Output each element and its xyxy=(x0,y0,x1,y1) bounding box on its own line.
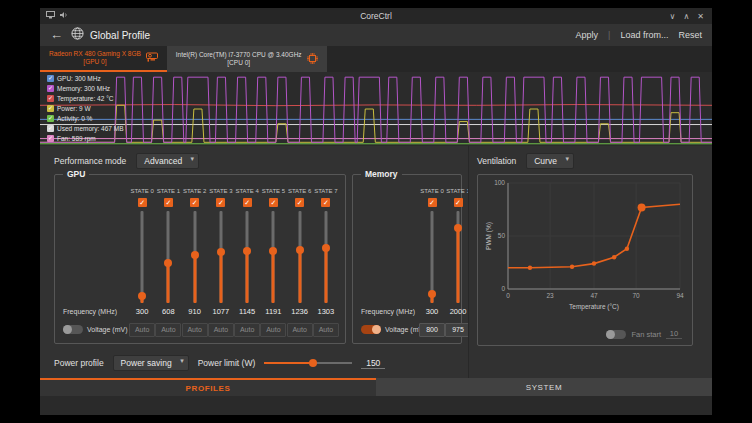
voltage-value[interactable]: Auto xyxy=(234,323,260,337)
legend-checkbox[interactable]: ✓ xyxy=(47,125,54,132)
slider-handle[interactable] xyxy=(217,248,225,256)
tab-gpu-device[interactable]: Radeon RX 480 Gaming X 8GB [GPU 0] xyxy=(40,46,167,72)
gpu-frequency-label: Frequency (MHz) xyxy=(63,305,129,319)
legend-checkbox[interactable]: ✓ xyxy=(47,95,54,102)
power-limit-fill xyxy=(264,362,312,364)
fan-start-value[interactable]: 10 xyxy=(666,329,682,339)
frequency-slider[interactable] xyxy=(294,211,306,303)
slider-handle[interactable] xyxy=(243,247,251,255)
legend-item[interactable]: ✓Power: 9 W xyxy=(47,104,123,113)
legend-checkbox[interactable]: ✓ xyxy=(47,115,54,122)
legend-item[interactable]: ✓Memory: 300 MHz xyxy=(47,84,123,93)
state-label: STATE 0 xyxy=(130,187,153,196)
voltage-value[interactable]: Auto xyxy=(182,323,208,337)
frequency-slider[interactable] xyxy=(267,211,279,303)
slider-handle[interactable] xyxy=(428,290,436,298)
frequency-slider[interactable] xyxy=(452,211,464,303)
svg-text:23: 23 xyxy=(546,292,554,299)
legend-item[interactable]: ✓Used memory: 467 MB xyxy=(47,124,123,133)
state-checkbox[interactable]: ✓ xyxy=(269,198,278,207)
frequency-value: 300 xyxy=(136,305,149,319)
apply-button[interactable]: Apply xyxy=(576,30,599,40)
state-checkbox[interactable]: ✓ xyxy=(243,198,252,207)
legend-item[interactable]: ✓Fan: 589 rpm xyxy=(47,134,123,143)
slider-handle[interactable] xyxy=(164,259,172,267)
state-checkbox[interactable]: ✓ xyxy=(216,198,225,207)
slider-handle[interactable] xyxy=(138,292,146,300)
state-label: STATE 3 xyxy=(209,187,232,196)
frequency-slider[interactable] xyxy=(426,211,438,303)
state-checkbox[interactable]: ✓ xyxy=(295,198,304,207)
shade-window-button[interactable]: ∨ xyxy=(670,12,676,21)
slider-handle[interactable] xyxy=(191,251,199,259)
state-checkbox[interactable]: ✓ xyxy=(321,198,330,207)
frequency-slider[interactable] xyxy=(215,211,227,303)
slider-fill xyxy=(272,251,275,303)
maximize-window-button[interactable]: ∧ xyxy=(683,12,689,21)
state-column: STATE 5✓1191Auto xyxy=(260,187,286,337)
state-label: STATE 0 xyxy=(420,187,443,196)
status-bar xyxy=(40,396,712,415)
power-profile-select[interactable]: Power saving ▾ xyxy=(113,355,189,371)
power-limit-handle[interactable] xyxy=(309,359,317,367)
frequency-slider[interactable] xyxy=(162,211,174,303)
voltage-value[interactable]: Auto xyxy=(129,323,155,337)
state-label: STATE 1 xyxy=(157,187,180,196)
frequency-slider[interactable] xyxy=(320,211,332,303)
slider-handle[interactable] xyxy=(269,247,277,255)
frequency-slider[interactable] xyxy=(241,211,253,303)
legend-checkbox[interactable]: ✓ xyxy=(47,105,54,112)
voltage-value[interactable]: Auto xyxy=(287,323,313,337)
state-label: STATE 1 xyxy=(446,187,469,196)
slider-handle[interactable] xyxy=(296,246,304,254)
performance-mode-label: Performance mode xyxy=(54,156,126,166)
legend-checkbox[interactable]: ✓ xyxy=(47,75,54,82)
reset-button[interactable]: Reset xyxy=(678,30,702,40)
voltage-value[interactable]: 800 xyxy=(419,323,445,337)
fan-start-toggle[interactable] xyxy=(606,330,626,339)
performance-mode-select[interactable]: Advanced ▾ xyxy=(136,153,199,169)
power-limit-value[interactable]: 150 xyxy=(361,358,385,369)
memory-frequency-label: Frequency (MHz) xyxy=(361,305,419,319)
state-checkbox[interactable]: ✓ xyxy=(190,198,199,207)
frequency-slider[interactable] xyxy=(136,211,148,303)
slider-handle[interactable] xyxy=(322,244,330,252)
gpu-voltage-toggle[interactable] xyxy=(63,325,83,334)
state-checkbox[interactable]: ✓ xyxy=(428,198,437,207)
back-button[interactable]: ← xyxy=(50,24,63,46)
state-checkbox[interactable]: ✓ xyxy=(454,198,463,207)
load-from-button[interactable]: Load from... xyxy=(620,30,668,40)
ventilation-mode-select[interactable]: Curve ▾ xyxy=(526,153,574,169)
svg-text:0: 0 xyxy=(506,292,510,299)
voltage-value[interactable]: Auto xyxy=(208,323,234,337)
legend-item[interactable]: ✓GPU: 300 MHz xyxy=(47,74,123,83)
legend-label: Fan: 589 rpm xyxy=(57,135,96,142)
legend-item[interactable]: ✓Temperature: 42 °C xyxy=(47,94,123,103)
voltage-value[interactable]: Auto xyxy=(260,323,286,337)
tab-system[interactable]: SYSTEM xyxy=(376,378,712,396)
legend-item[interactable]: ✓Activity: 0 % xyxy=(47,114,123,123)
fan-curve-chart[interactable]: 023477094050100Temperature (°C)PWM (%) xyxy=(484,177,686,311)
sensor-monitor-graph[interactable]: ✓GPU: 300 MHz✓Memory: 300 MHz✓Temperatur… xyxy=(40,72,712,147)
slider-handle[interactable] xyxy=(454,224,462,232)
close-window-button[interactable]: ✕ xyxy=(697,12,704,21)
power-profile-label: Power profile xyxy=(54,358,104,368)
memory-voltage-toggle[interactable] xyxy=(361,325,381,334)
power-limit-slider[interactable] xyxy=(264,357,352,369)
corectrl-window: CoreCtrl ∨ ∧ ✕ ← Global Profile Apply | … xyxy=(40,8,712,415)
svg-text:Temperature (°C): Temperature (°C) xyxy=(569,303,619,311)
state-checkbox[interactable]: ✓ xyxy=(164,198,173,207)
legend-label: Used memory: 467 MB xyxy=(57,125,123,132)
legend-label: Power: 9 W xyxy=(57,105,91,112)
frequency-value: 608 xyxy=(162,305,175,319)
state-checkbox[interactable]: ✓ xyxy=(138,198,147,207)
memory-states: STATE 0✓300800STATE 1✓2000975 xyxy=(419,187,471,337)
legend-checkbox[interactable]: ✓ xyxy=(47,135,54,142)
tab-profiles[interactable]: PROFILES xyxy=(40,378,376,396)
tab-cpu-device[interactable]: Intel(R) Core(TM) i7-3770 CPU @ 3.40GHz … xyxy=(167,46,327,72)
voltage-value[interactable]: Auto xyxy=(155,323,181,337)
legend-checkbox[interactable]: ✓ xyxy=(47,85,54,92)
frequency-slider[interactable] xyxy=(189,211,201,303)
frequency-value: 1145 xyxy=(239,305,255,319)
voltage-value[interactable]: Auto xyxy=(313,323,339,337)
